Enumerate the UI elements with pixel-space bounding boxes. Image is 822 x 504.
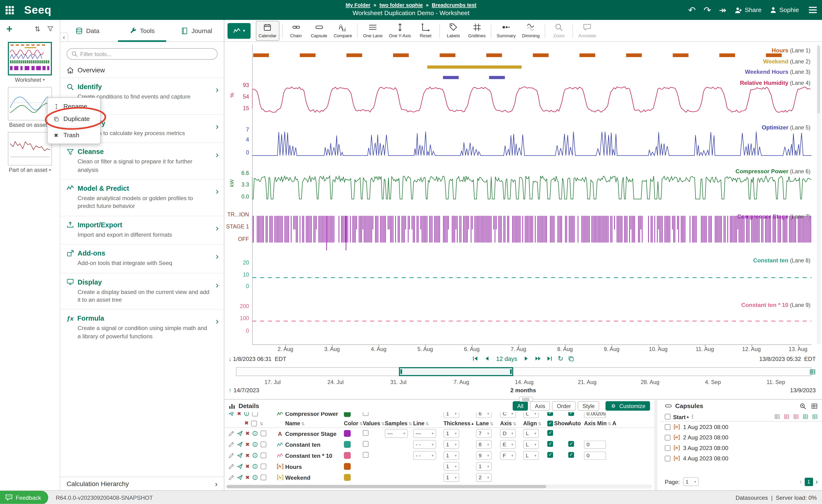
thickness-select[interactable]: 1 [444,429,459,438]
values-checkbox[interactable] [363,452,369,458]
capsules-grid-icon[interactable] [811,403,818,409]
auto-checkbox[interactable] [568,441,574,447]
lane-select[interactable]: 8 [476,440,492,449]
toolbar-one-lane-button[interactable]: One Lane [361,21,385,41]
details-row-constant-ten-x10[interactable]: ✖ Constant ten * 10 - - 1 9 F L 0 [225,450,654,461]
share-button[interactable]: Share [734,6,762,14]
pin-icon[interactable] [237,442,243,447]
column-axis-max-clipped[interactable]: A [612,420,623,426]
capsule-row[interactable]: 3 Aug 2023 08:00 [661,443,822,453]
lane-select[interactable]: 1 [476,462,492,471]
toolbar-capsule-button[interactable]: Capsule [308,21,330,41]
axis-select[interactable]: F [500,451,516,460]
details-row-hours[interactable]: ✖ Hours 1 1 [225,461,654,472]
row-checkbox[interactable] [261,453,266,458]
step-to-start-button[interactable] [472,355,479,362]
remove-icon[interactable]: ✖ [246,442,250,447]
axis-select[interactable]: C [500,412,516,418]
lane-select[interactable]: 2 [476,473,492,482]
lane-label-relative-humidity[interactable]: Relative Humidity (Lane 4) [740,80,810,86]
remove-icon[interactable]: ✖ [246,453,250,458]
row-checkbox[interactable] [261,475,266,480]
overview-end[interactable]: 13/9/2023 [790,387,816,393]
lane-select[interactable]: 6 [476,412,492,418]
menu-item-duplicate[interactable]: Duplicate [48,113,100,125]
edit-icon[interactable] [229,442,234,447]
capsule-checkbox[interactable] [665,445,670,451]
lane-label-weekend[interactable]: Weekend (Lane 2) [763,58,811,65]
details-row-compressor-power[interactable]: ✖ Compressor Power 1 6 C L 0.00205... [225,412,654,419]
align-select[interactable]: L [523,412,539,418]
tool-cleanse[interactable]: Cleanse Clean or filter a signal to prep… [60,143,224,179]
page-size-select[interactable]: 1 [683,477,699,486]
info-icon[interactable] [244,412,250,417]
capsule-checkbox[interactable] [665,455,670,461]
menu-item-trash[interactable]: ✖Trash [48,129,100,141]
line-select[interactable]: - - [413,440,436,449]
color-chip[interactable] [344,412,351,417]
remove-icon[interactable]: ✖ [246,475,250,480]
show-checkbox[interactable] [547,412,553,416]
show-checkbox[interactable] [547,441,553,447]
filter-tools-input[interactable] [80,51,213,57]
item-name[interactable]: Compressor Stage [285,430,342,437]
capsule-checkbox[interactable] [665,424,670,430]
half-step-forward-button[interactable] [535,355,541,362]
next-page-icon[interactable]: › [816,478,818,485]
filter-worksheets-icon[interactable] [47,26,54,32]
breadcrumb-link-folder[interactable]: two folder sophie [379,2,423,8]
details-row-constant-ten[interactable]: ✖ Constant ten - - 1 8 E L 0 [225,439,654,450]
column-start[interactable]: Start▴⋮ [673,413,695,420]
remove-icon[interactable]: ✖ [246,464,250,469]
capsule-checkbox[interactable] [665,434,670,440]
details-row-compressor-stage[interactable]: ✖ A Compressor Stage — — 1 7 D L [225,428,654,439]
samples-select[interactable]: — [385,429,408,438]
thickness-select[interactable]: 1 [444,440,459,449]
color-chip[interactable] [344,474,351,481]
menu-item-rename[interactable]: Rename [48,100,100,112]
column-auto[interactable]: Auto [568,420,584,426]
step-back-button[interactable] [484,355,490,362]
panel-resize-grip[interactable] [519,397,533,402]
values-checkbox[interactable] [363,412,369,416]
range-end[interactable]: 13/8/2023 05:32 EDT [759,356,816,362]
tab-journal[interactable]: Journal [169,20,224,41]
toolbar-dimming-button[interactable]: Dimming [519,21,542,41]
select-all-capsules-checkbox[interactable] [665,414,670,419]
color-chip[interactable] [344,463,351,470]
toolbar-chain-button[interactable]: Chain [285,21,307,41]
edit-icon[interactable] [229,453,234,458]
overview-link[interactable]: Overview [60,64,224,78]
view-style-button[interactable]: Style [578,401,599,411]
select-all-checkbox[interactable] [251,420,257,426]
lane-label-optimizer[interactable]: Optimizer (Lane 5) [762,124,810,131]
line-select[interactable]: - - [413,451,436,460]
thickness-select[interactable]: 1 [444,451,459,460]
column-samples[interactable]: Samples [385,420,413,426]
chart-scrollbar[interactable] [817,45,821,344]
lane-label-compressor-power[interactable]: Compressor Power (Lane 6) [735,168,810,174]
edit-icon[interactable] [229,475,234,480]
item-name[interactable]: Compressor Power [285,412,342,417]
sort-worksheets-icon[interactable]: ⇅ [35,25,40,33]
worksheet-thumbnail-2[interactable] [8,87,52,120]
toolbar-summary-button[interactable]: Summary [494,21,518,41]
overview-start[interactable]: ↑14/7/2023 [229,387,259,393]
column-thickness[interactable]: Thickness▴ [444,420,476,426]
seeq-logo[interactable]: Seeq [24,4,51,16]
pin-icon[interactable] [237,430,243,436]
show-checkbox[interactable] [547,430,553,436]
values-checkbox[interactable] [363,441,369,447]
axis-select[interactable]: D [500,429,516,438]
details-horizontal-scrollbar[interactable] [227,484,652,489]
customize-button[interactable]: Customize [605,401,650,411]
pin-icon[interactable] [229,412,234,417]
selection-handle-right[interactable] [510,369,512,374]
column-values[interactable]: Values [363,420,385,426]
column-align[interactable]: Align [523,420,547,426]
view-axis-button[interactable]: Axis [530,401,550,411]
undo-icon[interactable]: ↶ [688,5,696,14]
toolbar-labels-button[interactable]: Labels [442,21,464,41]
color-chip[interactable] [344,430,351,437]
tool-display[interactable]: Display Create a display based on the cu… [60,273,224,309]
